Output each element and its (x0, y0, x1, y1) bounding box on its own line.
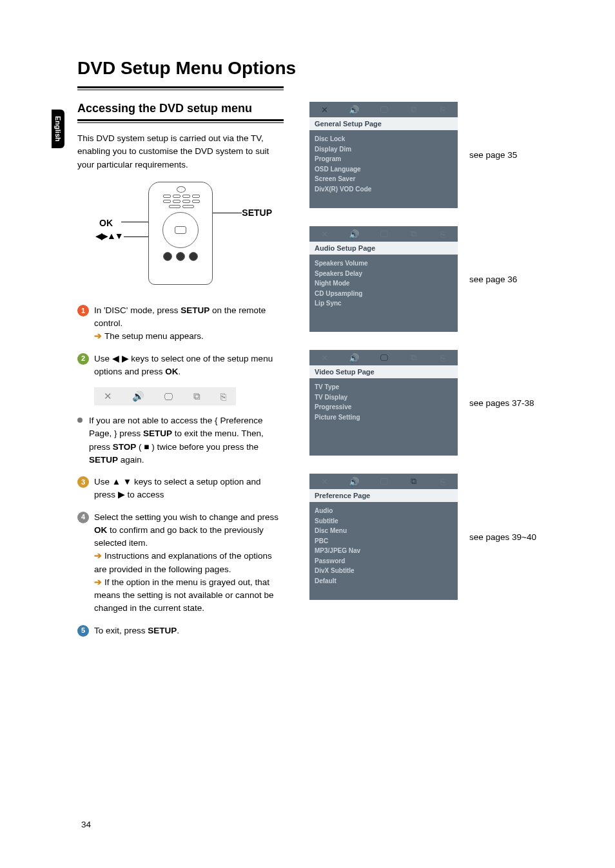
note-text: again. (118, 455, 144, 465)
screen-item: Lip Sync (315, 298, 453, 309)
tab-icon: ⧉ (407, 476, 419, 487)
tab-icon: ✕ (318, 229, 330, 239)
step-number-icon: 5 (77, 625, 89, 637)
step-text: Use ▲ ▼ keys to select a setup option an… (94, 476, 284, 502)
note-keyword: STOP (113, 442, 137, 452)
screen-item: Screen Saver (315, 174, 453, 184)
menu-screen: ✕🔊🖵⧉⎘Video Setup PageTV TypeTV DisplayPr… (309, 350, 458, 456)
screen-body: TV TypeTV DisplayProgressivePicture Sett… (309, 378, 458, 456)
tab-icon: 🔊 (348, 229, 360, 239)
screen-item: DivX(R) VOD Code (315, 184, 453, 195)
tab-icon: ⧉ (407, 352, 419, 363)
ok-label: OK (99, 218, 113, 228)
note-keyword: SETUP (143, 429, 172, 438)
screen-item: Default (315, 576, 453, 586)
step-text: . (179, 367, 181, 376)
screen-title: Audio Setup Page (309, 242, 458, 255)
puzzle-icon: ⧉ (193, 391, 200, 402)
remote-power-icon (177, 186, 186, 193)
screen-item: CD Upsampling (315, 289, 453, 299)
setup-label: SETUP (242, 207, 272, 218)
screen-item: TV Type (315, 382, 453, 392)
screen-item: Audio (315, 506, 453, 516)
screen-tabs: ✕🔊🖵⧉⎘ (309, 102, 458, 117)
tab-icon: 🔊 (348, 477, 360, 487)
screen-item: Speakers Delay (315, 269, 453, 279)
menu-screen: ✕🔊🖵⧉⎘Audio Setup PageSpeakers VolumeSpea… (309, 226, 458, 332)
wrench-icon: ✕ (104, 391, 112, 402)
tab-icon: 🔊 (348, 353, 360, 363)
tab-icon: ⧉ (407, 229, 419, 239)
screen-block: ✕🔊🖵⧉⎘Audio Setup PageSpeakers VolumeSpea… (309, 226, 576, 332)
right-column: ✕🔊🖵⧉⎘General Setup PageDisc LockDisplay … (309, 102, 576, 646)
menu-screen: ✕🔊🖵⧉⎘General Setup PageDisc LockDisplay … (309, 102, 458, 208)
step-5: 5 To exit, press SETUP. (77, 624, 284, 637)
remote-diagram: OK SETUP ◀▶▲▼ (103, 182, 258, 291)
remote-btn-icon (189, 252, 198, 261)
page-reference: see pages 37-38 (469, 398, 534, 408)
tab-icon: ⎘ (437, 477, 449, 487)
arrow-icon: ➔ (94, 331, 102, 341)
menu-screen: ✕🔊🖵⧉⎘Preference PageAudioSubtitleDisc Me… (309, 474, 458, 600)
page-number: 34 (81, 820, 91, 829)
note-keyword: SETUP (89, 455, 118, 465)
remote-body (148, 182, 213, 285)
language-tab: English (52, 110, 64, 148)
screen-block: ✕🔊🖵⧉⎘Preference PageAudioSubtitleDisc Me… (309, 474, 576, 600)
screen-item: Password (315, 556, 453, 566)
screen-body: Disc LockDisplay DimProgramOSD LanguageS… (309, 130, 458, 208)
arrow-icon: ➔ (94, 551, 102, 561)
step-text: Select the setting you wish to change an… (94, 512, 278, 522)
screen-title: Video Setup Page (309, 365, 458, 378)
tab-icon: 🖵 (378, 229, 389, 239)
remote-btn-icon (163, 252, 172, 261)
tab-icon: 🔊 (348, 105, 360, 115)
step-keyword: SETUP (181, 305, 210, 315)
screen-item: DivX Subtitle (315, 566, 453, 576)
screen-title: Preference Page (309, 489, 458, 502)
screen-item: Disc Menu (315, 526, 453, 536)
note-bullet: If you are not able to access the { Pref… (77, 414, 284, 467)
screen-item: Disc Lock (315, 134, 453, 144)
step-result: If the option in the menu is grayed out,… (94, 577, 273, 613)
speaker-icon: 🔊 (132, 391, 144, 402)
step-4: 4 Select the setting you wish to change … (77, 511, 284, 615)
tab-icon: 🖵 (378, 353, 389, 363)
screen-item: Subtitle (315, 516, 453, 526)
section-rule (77, 119, 284, 123)
screen-body: Speakers VolumeSpeakers DelayNight ModeC… (309, 255, 458, 332)
step-result: Instructions and explanations of the opt… (94, 551, 272, 574)
tab-icon: 🖵 (378, 105, 389, 115)
step-number-icon: 2 (77, 353, 89, 365)
screen-item: Picture Setting (315, 412, 453, 423)
arrows-label: ◀▶▲▼ (95, 231, 122, 241)
screen-item: Progressive (315, 402, 453, 412)
step-1: 1 In 'DISC' mode, press SETUP on the rem… (77, 304, 284, 343)
step-text: . (177, 626, 179, 635)
step-result: The setup menu appears. (104, 331, 204, 341)
title-rule (77, 86, 284, 90)
screen-tabs: ✕🔊🖵⧉⎘ (309, 226, 458, 242)
screen-block: ✕🔊🖵⧉⎘Video Setup PageTV TypeTV DisplayPr… (309, 350, 576, 456)
screen-title: General Setup Page (309, 117, 458, 130)
note-text: ( ■ ) twice before you press the (136, 442, 259, 452)
tab-icon: ✕ (318, 477, 330, 487)
tab-icon: ⎘ (437, 353, 449, 363)
tab-icon: ⎘ (437, 105, 449, 115)
tab-icon: ⎘ (437, 229, 449, 239)
arrow-icon: ➔ (94, 577, 102, 587)
screen-item: OSD Language (315, 164, 453, 175)
screen-tabs: ✕🔊🖵⧉⎘ (309, 474, 458, 489)
left-column: Accessing the DVD setup menu This DVD sy… (77, 102, 284, 646)
dpad-icon (162, 212, 199, 248)
intro-text: This DVD system setup is carried out via… (77, 132, 284, 171)
menu-icon-strip: ✕ 🔊 🖵 ⧉ ⎘ (94, 387, 236, 405)
screen-item: PBC (315, 536, 453, 546)
step-keyword: OK (165, 367, 178, 376)
step-text: To exit, press (94, 626, 148, 635)
step-text: In 'DISC' mode, press (94, 305, 181, 315)
page-reference: see page 36 (469, 275, 517, 284)
step-number-icon: 1 (77, 305, 89, 316)
tab-icon: ⧉ (407, 104, 419, 115)
tab-icon: ✕ (318, 105, 330, 115)
